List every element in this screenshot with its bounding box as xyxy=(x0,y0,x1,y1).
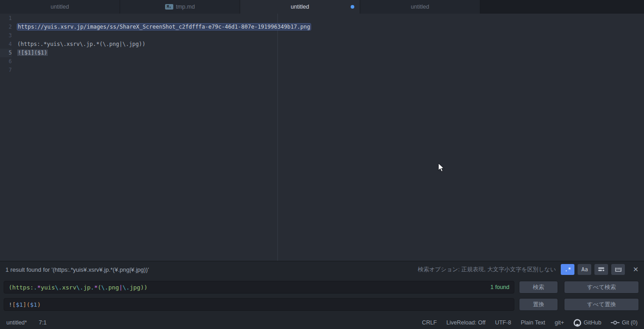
find-pattern-text: (https:.*yuis\.xsrv\.jp.*(\.png|\.jpg)) xyxy=(9,284,147,291)
git-label: Git (0) xyxy=(622,319,638,326)
line-content: https://yuis.xsrv.jp/images/ss/ShareX_Sc… xyxy=(12,23,311,31)
tab-label: untitled xyxy=(291,4,309,10)
replace-pattern-text: ![$1]($1) xyxy=(9,301,40,308)
editor-line-3[interactable]: 3 xyxy=(0,31,644,40)
git-status[interactable]: Git (0) xyxy=(611,319,638,326)
line-content xyxy=(12,57,17,66)
editor-line-7[interactable]: 7 xyxy=(0,66,644,75)
case-sensitive-toggle-button[interactable]: Aa xyxy=(578,264,591,275)
replace-all-button[interactable]: すべて置換 xyxy=(564,298,639,311)
tab-label: untitled xyxy=(50,4,69,10)
find-all-button[interactable]: すべて検索 xyxy=(564,281,639,294)
livereload-status[interactable]: LiveReload: Off xyxy=(447,319,486,326)
git-commit-icon xyxy=(611,320,619,325)
find-button[interactable]: 検索 xyxy=(519,281,558,294)
line-number: 7 xyxy=(0,66,12,75)
line-content xyxy=(12,66,17,75)
find-options: 検索オプション: 正規表現, 大文字小文字を区別しない .* Aa xyxy=(418,264,639,275)
github-octocat-icon xyxy=(574,319,581,327)
status-bar-right: CRLF LiveReload: Off UTF-8 Plain Text gi… xyxy=(422,319,638,327)
editor-line-6[interactable]: 6 xyxy=(0,57,644,66)
tab-untitled-1[interactable]: untitled xyxy=(0,0,120,14)
tab-untitled-2-active[interactable]: untitled xyxy=(240,0,360,14)
whole-word-toggle-button[interactable] xyxy=(611,264,625,275)
line-number: 4 xyxy=(0,40,12,49)
line-content xyxy=(12,31,17,40)
editor-line-4[interactable]: 4 (https:.*yuis\.xsrv\.jp.*(\.png|\.jpg)… xyxy=(0,40,644,49)
editor-lines: 1 2 https://yuis.xsrv.jp/images/ss/Share… xyxy=(0,14,644,75)
tab-label: untitled xyxy=(411,4,429,10)
cursor-position-status[interactable]: 7:1 xyxy=(39,319,46,326)
line-number: 6 xyxy=(0,57,12,66)
file-name-status: untitled* xyxy=(6,319,27,326)
github-label: GitHub xyxy=(584,319,601,326)
tab-bar-empty-area xyxy=(480,0,644,14)
atom-editor-window: untitled M↓ tmp.md untitled untitled 1 2… xyxy=(0,0,644,329)
line-content xyxy=(12,14,17,23)
whole-word-icon xyxy=(615,267,622,272)
status-bar: untitled* 7:1 CRLF LiveReload: Off UTF-8… xyxy=(0,316,644,329)
tab-label: tmp.md xyxy=(176,4,195,10)
modified-dot-icon xyxy=(351,5,354,9)
replace-button[interactable]: 置換 xyxy=(519,298,558,311)
editor-line-5[interactable]: 5 ![$1]($1) xyxy=(0,49,644,57)
git-plus-status[interactable]: git+ xyxy=(555,319,564,326)
text-selection: ![$1]($1) xyxy=(17,50,48,56)
result-count-text: 1 result found for '(https:.*yuis¥.xsrv¥… xyxy=(5,266,149,273)
regex-toggle-button[interactable]: .* xyxy=(561,264,574,275)
line-number: 1 xyxy=(0,14,12,23)
line-content: (https:.*yuis\.xsrv\.jp.*(\.png|\.jpg)) xyxy=(12,40,146,49)
editor-line-2[interactable]: 2 https://yuis.xsrv.jp/images/ss/ShareX_… xyxy=(0,23,644,31)
line-number-active: 5 xyxy=(0,49,12,57)
editor-line-1[interactable]: 1 xyxy=(0,14,644,23)
markdown-icon: M↓ xyxy=(165,4,173,10)
replace-pattern-input[interactable]: ![$1]($1) xyxy=(4,298,514,311)
text-editor[interactable]: 1 2 https://yuis.xsrv.jp/images/ss/Share… xyxy=(0,14,644,261)
status-bar-left: untitled* 7:1 xyxy=(6,319,47,326)
find-match-highlight: https://yuis.xsrv.jp/images/ss/ShareX_Sc… xyxy=(17,24,311,30)
tab-tmp-md[interactable]: M↓ tmp.md xyxy=(120,0,240,14)
line-ending-selector[interactable]: CRLF xyxy=(422,319,437,326)
find-replace-panel: 1 result found for '(https:.*yuis¥.xsrv¥… xyxy=(0,261,644,316)
line-number: 3 xyxy=(0,31,12,40)
find-options-label: 検索オプション: 正規表現, 大文字小文字を区別しない xyxy=(418,266,556,274)
tab-bar: untitled M↓ tmp.md untitled untitled xyxy=(0,0,644,14)
find-pattern-input[interactable]: (https:.*yuis\.xsrv\.jp.*(\.png|\.jpg)) … xyxy=(4,281,514,294)
selection-icon xyxy=(598,267,604,272)
tab-untitled-3[interactable]: untitled xyxy=(360,0,480,14)
find-panel-header: 1 result found for '(https:.*yuis¥.xsrv¥… xyxy=(0,261,644,278)
encoding-selector[interactable]: UTF-8 xyxy=(495,319,511,326)
line-number: 2 xyxy=(0,23,12,31)
close-panel-button[interactable]: ✕ xyxy=(633,265,639,274)
found-count-badge: 1 found xyxy=(490,284,509,290)
grammar-selector[interactable]: Plain Text xyxy=(521,319,545,326)
only-in-selection-toggle-button[interactable] xyxy=(594,264,608,275)
github-status[interactable]: GitHub xyxy=(574,319,601,327)
line-content: ![$1]($1) xyxy=(12,49,48,57)
